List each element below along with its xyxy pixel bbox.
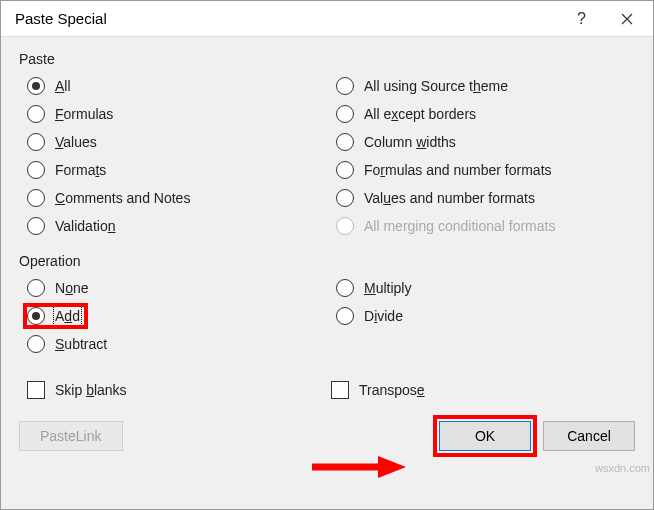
- radio-label: All merging conditional formats: [364, 218, 555, 234]
- radio-icon: [336, 133, 354, 151]
- cancel-button[interactable]: Cancel: [543, 421, 635, 451]
- radio-subtract[interactable]: Subtract: [27, 335, 326, 353]
- checkbox-row: Skip blanks Transpose: [19, 371, 635, 399]
- radio-all[interactable]: All: [27, 77, 326, 95]
- operation-section-label: Operation: [19, 253, 635, 269]
- paste-options-grid: All All using Source theme Formulas All …: [19, 75, 635, 243]
- radio-icon: [27, 307, 45, 325]
- checkbox-label: Transpose: [359, 382, 425, 398]
- radio-validation[interactable]: Validation: [27, 217, 326, 235]
- title-bar: Paste Special ?: [1, 1, 653, 37]
- radio-icon: [336, 77, 354, 95]
- radio-none[interactable]: None: [27, 279, 326, 297]
- radio-comments-notes[interactable]: Comments and Notes: [27, 189, 326, 207]
- radio-icon: [336, 189, 354, 207]
- radio-label: All except borders: [364, 106, 476, 122]
- radio-icon: [27, 189, 45, 207]
- checkbox-label: Skip blanks: [55, 382, 127, 398]
- radio-values[interactable]: Values: [27, 133, 326, 151]
- radio-label: Values and number formats: [364, 190, 535, 206]
- radio-icon: [27, 161, 45, 179]
- operation-options-grid: None Multiply Add Divide Subtract: [19, 277, 635, 361]
- radio-label: All using Source theme: [364, 78, 508, 94]
- checkbox-icon: [331, 381, 349, 399]
- paste-section: Paste All All using Source theme Formula…: [19, 51, 635, 243]
- radio-icon: [27, 77, 45, 95]
- radio-label: Subtract: [55, 336, 107, 352]
- radio-label: Multiply: [364, 280, 411, 296]
- dialog-content: Paste All All using Source theme Formula…: [1, 37, 653, 509]
- checkbox-transpose[interactable]: Transpose: [331, 381, 635, 399]
- radio-label: Add: [55, 308, 80, 324]
- radio-add[interactable]: Add: [25, 305, 86, 327]
- radio-multiply[interactable]: Multiply: [336, 279, 635, 297]
- radio-label: Validation: [55, 218, 115, 234]
- help-button[interactable]: ?: [559, 1, 604, 36]
- paste-special-dialog: Paste Special ? Paste All All using Sour…: [0, 0, 654, 510]
- radio-icon: [27, 133, 45, 151]
- radio-label: Comments and Notes: [55, 190, 190, 206]
- radio-column-widths[interactable]: Column widths: [336, 133, 635, 151]
- operation-section: Operation None Multiply Add Divide: [19, 253, 635, 361]
- radio-divide[interactable]: Divide: [336, 307, 635, 325]
- radio-formulas[interactable]: Formulas: [27, 105, 326, 123]
- radio-label: Formulas: [55, 106, 113, 122]
- button-row: Paste Link OK Cancel: [19, 421, 635, 451]
- radio-icon: [336, 307, 354, 325]
- radio-all-source-theme[interactable]: All using Source theme: [336, 77, 635, 95]
- dialog-title: Paste Special: [15, 10, 559, 27]
- ok-button[interactable]: OK: [439, 421, 531, 451]
- radio-label: Column widths: [364, 134, 456, 150]
- radio-icon: [27, 217, 45, 235]
- checkbox-skip-blanks[interactable]: Skip blanks: [27, 381, 331, 399]
- radio-label: Formats: [55, 162, 106, 178]
- radio-icon: [336, 217, 354, 235]
- radio-label: None: [55, 280, 89, 296]
- radio-icon: [336, 161, 354, 179]
- paste-section-label: Paste: [19, 51, 635, 67]
- radio-values-number-formats[interactable]: Values and number formats: [336, 189, 635, 207]
- paste-link-button: Paste Link: [19, 421, 123, 451]
- radio-all-merging-conditional: All merging conditional formats: [336, 217, 635, 235]
- radio-label: All: [55, 78, 71, 94]
- watermark: wsxdn.com: [595, 462, 650, 474]
- radio-all-except-borders[interactable]: All except borders: [336, 105, 635, 123]
- radio-icon: [27, 105, 45, 123]
- radio-formulas-number-formats[interactable]: Formulas and number formats: [336, 161, 635, 179]
- checkbox-icon: [27, 381, 45, 399]
- close-icon: [621, 13, 633, 25]
- radio-label: Divide: [364, 308, 403, 324]
- close-button[interactable]: [604, 1, 649, 36]
- radio-label: Values: [55, 134, 97, 150]
- radio-icon: [27, 279, 45, 297]
- radio-formats[interactable]: Formats: [27, 161, 326, 179]
- radio-icon: [336, 279, 354, 297]
- radio-icon: [27, 335, 45, 353]
- radio-label: Formulas and number formats: [364, 162, 552, 178]
- radio-icon: [336, 105, 354, 123]
